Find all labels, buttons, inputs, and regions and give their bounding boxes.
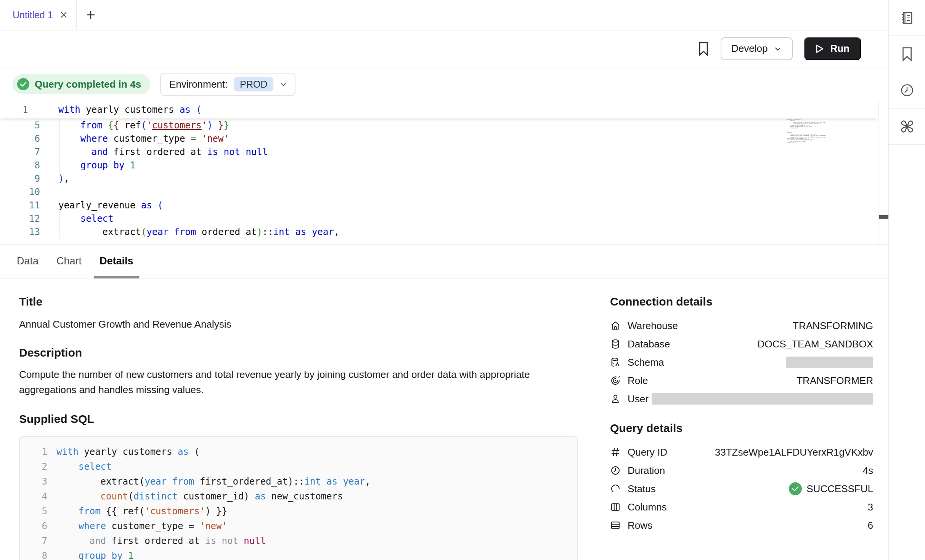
editor-line: 13 extract(year from ordered_at)::int as… [0, 226, 888, 239]
line-number: 13 [0, 226, 40, 239]
clock-icon [610, 465, 623, 476]
tab-title: Untitled 1 [13, 10, 53, 21]
line-number: 7 [29, 534, 47, 549]
result-tabs: Data Chart Details [0, 245, 888, 278]
code-line: from {{ ref('customers') }} [58, 119, 229, 132]
indent-guide [59, 119, 59, 173]
play-icon [816, 44, 824, 53]
code-line: yearly_revenue as ( [58, 199, 163, 212]
role-icon [610, 375, 623, 386]
row-label: Schema [628, 357, 664, 368]
sql-line: 4 count(distinct customer_id) as new_cus… [29, 489, 568, 504]
app-window: Untitled 1 Develop Run [0, 0, 925, 560]
hash-icon [610, 447, 623, 458]
query-row-duration: Duration 4s [610, 461, 873, 480]
plus-icon[interactable] [77, 0, 105, 30]
close-icon[interactable] [59, 10, 68, 19]
line-number: 11 [0, 199, 40, 212]
environment-badge: PROD [234, 77, 273, 91]
row-value: 6 [868, 520, 873, 531]
run-label: Run [830, 43, 850, 54]
environment-selector[interactable]: Environment: PROD [160, 73, 295, 96]
bookmark-icon[interactable] [889, 36, 925, 72]
tab-data-label: Data [17, 255, 39, 267]
notebook-icon[interactable] [889, 0, 925, 36]
line-number: 8 [29, 549, 47, 560]
editor-line: 11yearly_revenue as ( [0, 199, 888, 212]
connection-row-warehouse: Warehouse TRANSFORMING [610, 317, 873, 335]
sql-line: 2 select [29, 459, 568, 474]
sql-line: 7 and first_ordered_at is not null [29, 534, 568, 549]
row-label: Duration [628, 465, 665, 477]
run-button[interactable]: Run [804, 37, 861, 60]
line-number: 10 [0, 186, 40, 199]
sql-editor[interactable]: 1 with yearly_customers as ( 5 from {{ r… [0, 101, 888, 245]
scrollbar-thumb[interactable] [879, 215, 888, 219]
query-row-columns: Columns 3 [610, 498, 873, 516]
row-value: TRANSFORMER [797, 375, 873, 387]
check-circle-icon [17, 78, 29, 90]
line-number: 8 [0, 159, 40, 172]
code-line: extract(year from ordered_at)::int as ye… [58, 226, 339, 239]
row-label: Query ID [628, 446, 667, 458]
title-value: Annual Customer Growth and Revenue Analy… [19, 317, 578, 332]
editor-line: 8 group by 1 [0, 159, 888, 172]
query-row-query-id: Query ID 33TZseWpe1ALFDUYerxR1gVKxbv [610, 443, 873, 461]
line-number: 2 [29, 459, 47, 474]
code-line: count(distinct customer_id) as new_custo… [56, 489, 343, 504]
code-line: select [56, 459, 112, 474]
row-label: Role [628, 375, 648, 387]
editor-lines: 5 from {{ ref('customers') }} 6 where cu… [0, 119, 888, 239]
editor-sticky-line[interactable]: 1 with yearly_customers as ( [0, 101, 878, 118]
tab-details-label: Details [100, 255, 133, 267]
line-number: 12 [0, 212, 40, 226]
title-heading: Title [19, 295, 578, 308]
code-line: extract(year from first_ordered_at)::int… [56, 474, 371, 489]
query-details-heading: Query details [610, 422, 873, 435]
code-line: with yearly_customers as ( [56, 445, 200, 459]
bookmark-icon[interactable] [698, 42, 709, 56]
rows-icon [610, 520, 623, 531]
line-number: 6 [0, 132, 40, 146]
redacted-value [786, 357, 873, 368]
sql-line: 8 group by 1 [29, 549, 568, 560]
schema-icon [610, 357, 623, 368]
history-clock-icon[interactable] [889, 72, 925, 109]
columns-icon [610, 502, 623, 512]
editor-minimap[interactable]: with yearly_customers as ( select extrac… [787, 104, 833, 241]
query-status-pill: Query completed in 4s [13, 74, 150, 94]
line-number: 1 [29, 445, 47, 459]
line-number: 4 [29, 489, 47, 504]
description-value: Compute the number of new customers and … [19, 367, 560, 397]
indent-guide [59, 212, 59, 239]
editor-scrollbar[interactable] [878, 101, 888, 245]
tab-chart[interactable]: Chart [56, 245, 82, 278]
code-line: and first_ordered_at is not null [58, 146, 268, 159]
sql-line: 1with yearly_customers as ( [29, 445, 568, 459]
develop-button[interactable]: Develop [721, 37, 793, 60]
details-right-column: Connection details Warehouse TRANSFORMIN… [610, 295, 873, 534]
row-value: 33TZseWpe1ALFDUYerxR1gVKxbv [715, 446, 873, 458]
tab-data[interactable]: Data [16, 245, 39, 278]
line-number: 9 [0, 172, 40, 186]
database-icon [610, 339, 623, 349]
right-sidebar [888, 0, 925, 560]
code-line: and first_ordered_at is not null [56, 534, 266, 549]
editor-tab-bar: Untitled 1 [0, 0, 888, 30]
code-line: where customer_type = 'new' [56, 519, 227, 534]
tab-untitled-1[interactable]: Untitled 1 [0, 0, 77, 30]
row-value: 4s [863, 465, 873, 477]
line-number: 6 [29, 519, 47, 534]
develop-label: Develop [731, 43, 768, 54]
code-line: group by 1 [56, 549, 133, 560]
spinner-icon [610, 483, 623, 494]
sql-line: 3 extract(year from first_ordered_at)::i… [29, 474, 568, 489]
editor-line: 5 from {{ ref('customers') }} [0, 119, 888, 132]
description-heading: Description [19, 346, 578, 359]
toolbar: Develop Run [0, 30, 888, 67]
sql-line: 6 where customer_type = 'new' [29, 519, 568, 534]
editor-line: 12 select [0, 212, 888, 226]
chevron-down-icon [279, 80, 287, 88]
lineage-flower-icon[interactable] [889, 109, 925, 145]
tab-details[interactable]: Details [99, 245, 134, 278]
